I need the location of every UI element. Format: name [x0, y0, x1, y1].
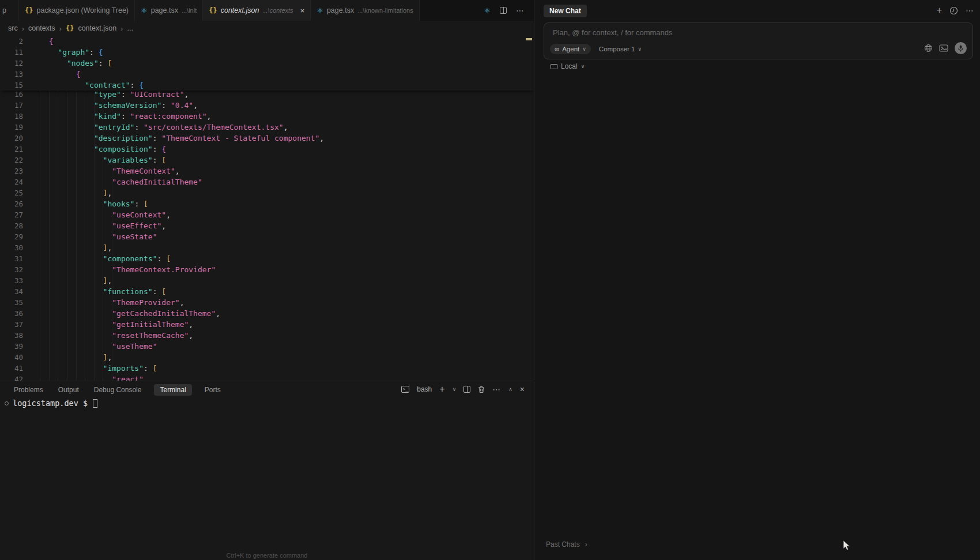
code-line[interactable]: 29 "useState"	[0, 231, 534, 242]
past-chats-label: Past Chats	[546, 540, 580, 548]
panel-tab-problems[interactable]: Problems	[12, 384, 46, 396]
breadcrumb-item-file[interactable]: context.json	[78, 24, 116, 32]
more-actions-icon[interactable]: ⋯	[492, 385, 501, 394]
infinity-icon: ∞	[555, 46, 559, 52]
breadcrumb-item-symbol[interactable]: ...	[127, 24, 133, 32]
line-number: 31	[0, 253, 23, 264]
code-line-text: "getInitialTheme",	[23, 319, 193, 330]
terminal-shell-icon: >_	[401, 386, 409, 393]
monitor-icon	[551, 64, 557, 69]
code-line-text: "cachedInitialTheme"	[23, 176, 202, 187]
code-line[interactable]: 30 ],	[0, 242, 534, 253]
code-line[interactable]: 31 "components": [	[0, 253, 534, 264]
react-file-icon: ⚛	[316, 6, 323, 15]
shell-name[interactable]: bash	[417, 385, 432, 393]
code-lines: 16 "type": "UIContract",17 "schemaVersio…	[0, 89, 534, 381]
chat-input[interactable]: Plan, @ for context, / for commands ∞ Ag…	[544, 22, 973, 59]
line-number: 40	[0, 352, 23, 363]
new-terminal-icon[interactable]: +	[439, 385, 444, 394]
code-line[interactable]: 21 "composition": {	[0, 144, 534, 155]
agent-mode-selector[interactable]: ∞ Agent ∨	[550, 44, 591, 54]
code-line[interactable]: 36 "getCachedInitialTheme",	[0, 308, 534, 319]
terminal-profile-chevron-icon[interactable]: ∨	[453, 386, 457, 392]
code-line-text: "getCachedInitialTheme",	[23, 308, 220, 319]
code-line[interactable]: 25 ],	[0, 187, 534, 198]
tab-context-json[interactable]: {} context.json ...\contexts ×	[203, 0, 311, 21]
code-line[interactable]: 40 ],	[0, 352, 534, 363]
code-line[interactable]: 12 "nodes": [	[0, 58, 534, 69]
code-line[interactable]: 18 "kind": "react:component",	[0, 111, 534, 122]
panel-tab-ports[interactable]: Ports	[202, 384, 223, 396]
code-line[interactable]: 15 "contract": {	[0, 80, 534, 91]
code-line-text: "nodes": [	[23, 58, 112, 69]
tab-package-json[interactable]: {} package.json (Working Tree)	[19, 0, 135, 21]
tab-page-tsx-known-limitations[interactable]: ⚛ page.tsx ...\known-limitations	[311, 0, 420, 21]
web-icon[interactable]	[924, 44, 933, 52]
close-icon[interactable]: ×	[300, 6, 305, 15]
code-line[interactable]: 38 "resetThemeCache",	[0, 330, 534, 341]
chevron-right-icon: ›	[120, 24, 123, 33]
code-line[interactable]: 26 "hooks": [	[0, 198, 534, 209]
panel-tab-debug-console[interactable]: Debug Console	[92, 384, 144, 396]
editor-actions: ⚛ ⋯	[474, 0, 534, 21]
trash-icon[interactable]	[478, 386, 485, 393]
code-editor[interactable]: 16 "type": "UIContract",17 "schemaVersio…	[0, 36, 534, 381]
line-number: 34	[0, 286, 23, 297]
code-line[interactable]: 2 {	[0, 36, 534, 47]
chat-input-actions	[924, 42, 967, 54]
code-line[interactable]: 11 "graph": {	[0, 47, 534, 58]
code-line[interactable]: 33 ],	[0, 275, 534, 286]
tab-partial[interactable]: p	[0, 0, 19, 21]
terminal-toolbar: >_ bash + ∨ ⋯ ∧ ×	[401, 385, 525, 394]
code-line-text: ],	[23, 352, 112, 363]
code-line-text: "ThemeProvider",	[23, 297, 184, 308]
code-line[interactable]: 28 "useEffect",	[0, 220, 534, 231]
json-file-icon: {}	[66, 24, 74, 32]
overview-ruler-marker	[526, 38, 532, 40]
new-chat-plus-icon[interactable]: +	[937, 6, 942, 15]
new-chat-button[interactable]: New Chat	[544, 5, 587, 17]
code-line[interactable]: 34 "functions": [	[0, 286, 534, 297]
panel-tab-output[interactable]: Output	[56, 384, 81, 396]
model-selector[interactable]: Composer 1 ∨	[599, 46, 642, 52]
code-line[interactable]: 41 "imports": [	[0, 363, 534, 374]
split-terminal-icon[interactable]	[463, 386, 470, 393]
split-editor-icon[interactable]	[500, 7, 507, 14]
environment-selector[interactable]: Local ∨	[551, 62, 585, 70]
mouse-pointer	[843, 540, 850, 551]
code-line-text: "contract": {	[23, 80, 144, 91]
past-chats-link[interactable]: Past Chats ›	[546, 540, 587, 548]
history-icon[interactable]	[949, 6, 958, 15]
maximize-panel-icon[interactable]: ∧	[508, 386, 512, 392]
line-number: 2	[0, 36, 23, 47]
code-line[interactable]: 39 "useTheme"	[0, 341, 534, 352]
code-line[interactable]: 20 "description": "ThemeContext - Statef…	[0, 133, 534, 144]
code-line[interactable]: 42 "react"	[0, 374, 534, 381]
code-line[interactable]: 24 "cachedInitialTheme"	[0, 176, 534, 187]
code-line[interactable]: 32 "ThemeContext.Provider"	[0, 264, 534, 275]
microphone-button[interactable]	[955, 42, 967, 54]
code-line[interactable]: 17 "schemaVersion": "0.4",	[0, 100, 534, 111]
panel-tab-terminal[interactable]: Terminal	[154, 384, 191, 396]
code-line[interactable]: 37 "getInitialTheme",	[0, 319, 534, 330]
code-line[interactable]: 22 "variables": [	[0, 155, 534, 166]
react-icon[interactable]: ⚛	[484, 6, 491, 15]
more-actions-icon[interactable]: ⋯	[516, 6, 525, 15]
code-line[interactable]: 35 "ThemeProvider",	[0, 297, 534, 308]
code-line[interactable]: 23 "ThemeContext",	[0, 166, 534, 176]
code-line[interactable]: 27 "useContext",	[0, 209, 534, 220]
chat-input-placeholder: Plan, @ for context, / for commands	[553, 28, 673, 37]
tab-page-tsx-init[interactable]: ⚛ page.tsx ...\init	[135, 0, 203, 21]
code-line[interactable]: 13 {	[0, 69, 534, 80]
breadcrumb-item-src[interactable]: src	[8, 24, 18, 32]
code-line-text: "imports": [	[23, 363, 157, 374]
image-icon[interactable]	[939, 44, 948, 52]
breadcrumb-item-contexts[interactable]: contexts	[28, 24, 55, 32]
terminal-prompt-line[interactable]: logicstamp.dev $	[5, 399, 97, 408]
close-panel-icon[interactable]: ×	[520, 385, 525, 394]
more-options-icon[interactable]: ⋯	[966, 6, 974, 15]
line-number: 15	[0, 80, 23, 91]
terminal-hint: Ctrl+K to generate command	[0, 552, 534, 559]
tab-label: page.tsx	[151, 6, 178, 14]
code-line[interactable]: 19 "entryId": "src/contexts/ThemeContext…	[0, 122, 534, 133]
